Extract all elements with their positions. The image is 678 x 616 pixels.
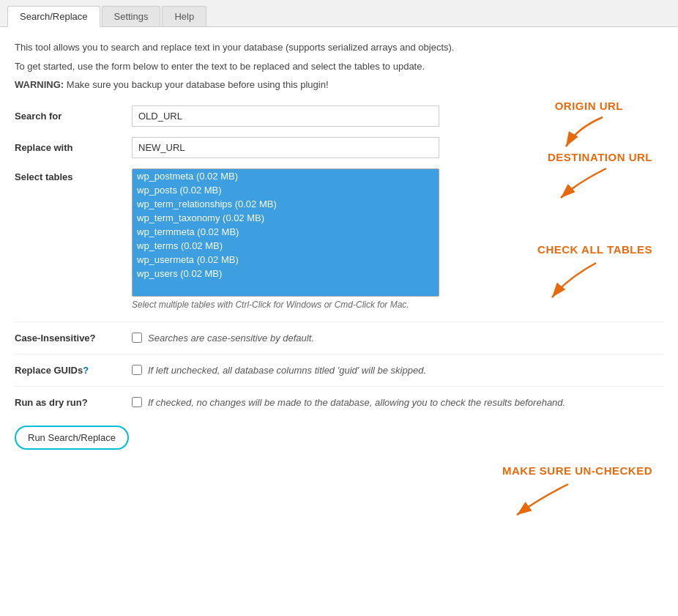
description-2: To get started, use the form below to en… (15, 59, 663, 74)
case-insensitive-checkbox[interactable] (132, 333, 142, 343)
replace-input[interactable] (132, 137, 439, 158)
divider-2 (15, 354, 663, 355)
description-1: This tool allows you to search and repla… (15, 40, 663, 55)
make-sure-arrow (502, 478, 583, 519)
case-insensitive-row: Case-Insensitive? Searches are case-sens… (15, 333, 663, 344)
select-tables-row: Select tables wp_postmeta (0.02 MB)wp_po… (15, 168, 663, 297)
tables-hint: Select multiple tables with Ctrl-Click f… (132, 300, 663, 310)
dry-run-checkbox[interactable] (132, 397, 142, 407)
form-section: Search for Replace with Select tables wp… (15, 105, 663, 450)
case-insensitive-text: Searches are case-sensitive by default. (148, 333, 314, 344)
tables-select[interactable]: wp_postmeta (0.02 MB)wp_posts (0.02 MB)w… (132, 168, 439, 297)
dry-run-text: If checked, no changes will be made to t… (148, 397, 565, 408)
replace-guids-checkbox[interactable] (132, 365, 142, 375)
dry-run-row: Run as dry run? If checked, no changes w… (15, 397, 663, 408)
tabs-bar: Search/Replace Settings Help (0, 0, 678, 27)
warning-text: WARNING: Make sure you backup your datab… (15, 78, 663, 92)
replace-guids-link[interactable]: ? (83, 365, 89, 376)
tab-search-replace[interactable]: Search/Replace (7, 6, 100, 27)
run-search-replace-button[interactable]: Run Search/Replace (15, 426, 129, 450)
replace-guids-text: If left unchecked, all database columns … (148, 365, 426, 376)
run-button-container: Run Search/Replace (15, 418, 663, 450)
replace-guids-row: Replace GUIDs? If left unchecked, all da… (15, 365, 663, 376)
select-tables-label: Select tables (15, 168, 132, 182)
search-for-row: Search for (15, 105, 663, 127)
replace-guids-label: Replace GUIDs? (15, 365, 132, 376)
annotation-make-sure: MAKE SURE UN-CHECKED (502, 464, 652, 519)
replace-with-label: Replace with (15, 142, 132, 153)
divider-3 (15, 386, 663, 387)
divider-1 (15, 322, 663, 322)
search-for-label: Search for (15, 111, 132, 122)
tab-settings[interactable]: Settings (102, 6, 161, 26)
replace-with-row: Replace with (15, 137, 663, 158)
tables-select-wrapper: wp_postmeta (0.02 MB)wp_posts (0.02 MB)w… (132, 168, 439, 297)
search-input[interactable] (132, 105, 439, 127)
main-content: This tool allows you to search and repla… (0, 27, 678, 464)
tab-help[interactable]: Help (162, 6, 206, 26)
case-insensitive-label: Case-Insensitive? (15, 333, 132, 344)
dry-run-label: Run as dry run? (15, 397, 132, 408)
